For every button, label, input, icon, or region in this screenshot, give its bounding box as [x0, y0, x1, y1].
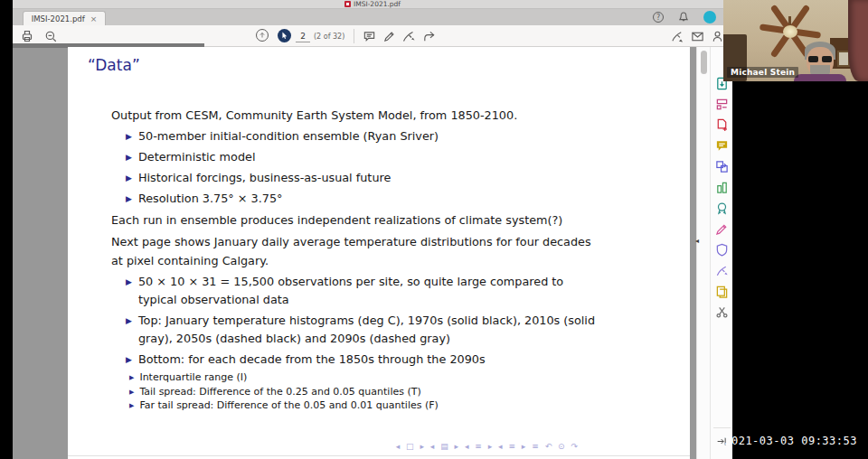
pdf-file-icon	[344, 1, 351, 7]
tab-close-icon[interactable]: ×	[90, 15, 98, 23]
person-icon	[711, 30, 724, 43]
previous-page-button[interactable]	[256, 29, 269, 42]
certificates-icon	[715, 264, 729, 277]
slide-body: Output from CESM, Community Earth System…	[111, 107, 690, 413]
window-titlebar: IMSI-2021.pdf	[13, 0, 732, 9]
list-item: ▶ Resolution 3.75° × 3.75°	[126, 190, 690, 208]
print-icon	[20, 29, 34, 43]
tab-imsi-2021-pdf[interactable]: IMSI-2021.pdf ×	[23, 11, 106, 25]
person-share-button[interactable]	[710, 29, 724, 43]
bullet-list-2: ▶ 50 × 10 × 31 = 15,500 observations per…	[126, 273, 690, 369]
participant-name-label: Michael Stein	[727, 67, 798, 78]
pencil-tool-button[interactable]	[382, 29, 396, 43]
sub-bullet-list: ▶ Interquartile range (I) ▶ Tail spread:…	[129, 371, 690, 413]
slide-title: “Data”	[88, 56, 690, 74]
measure-icon	[715, 305, 729, 319]
tools-pane-collapse-handle[interactable]: ◂	[695, 237, 699, 245]
slide: “Data” Output from CESM, Community Earth…	[68, 47, 690, 459]
share-tool-button[interactable]	[421, 29, 436, 43]
tool-create-pdf-button[interactable]	[714, 117, 730, 133]
list-item: ▶ Top: January temperature histograms (d…	[126, 312, 690, 348]
more-tools-icon	[715, 285, 729, 298]
list-item: ▶ Historical forcings, business-as-usual…	[126, 169, 690, 187]
protect-icon	[715, 243, 729, 257]
tool-stamp-button[interactable]	[714, 201, 730, 216]
beamer-navigation-symbols[interactable]: ◂ □ ▸ ◂ ▤ ▸ ◂ ≡ ▸ ◂ ≡ ▸ ≡ ↶ ⊙ ↷	[396, 442, 580, 451]
tool-more-tools-button[interactable]	[714, 284, 730, 299]
document-area: “Data” Output from CESM, Community Earth…	[13, 47, 732, 459]
paragraph: Each run in ensemble produces independen…	[111, 211, 636, 230]
list-item: ▶ Interquartile range (I)	[129, 371, 690, 385]
tab-bar: IMSI-2021.pdf × ?	[13, 9, 732, 25]
fill-sign-pen-icon	[671, 30, 684, 43]
pdf-page: “Data” Output from CESM, Community Earth…	[68, 47, 690, 459]
bullet-triangle-icon: ▶	[129, 371, 134, 385]
arrow-up-icon	[258, 31, 267, 40]
tools-sidebar	[710, 47, 732, 459]
tool-certificates-button[interactable]	[714, 263, 730, 278]
sign-tool-button[interactable]	[401, 29, 416, 43]
glasses	[808, 56, 832, 62]
page-number-input[interactable]	[296, 31, 310, 42]
tool-combine-files-button[interactable]	[714, 159, 730, 174]
bullet-triangle-icon: ▶	[129, 399, 134, 413]
email-button[interactable]	[690, 29, 704, 43]
stamp-icon	[715, 201, 729, 215]
list-item: ▶ Deterministic model	[126, 148, 690, 166]
comment-icon	[715, 139, 729, 153]
pencil-icon	[382, 30, 396, 43]
bullet-triangle-icon: ▶	[129, 386, 134, 399]
bullet-triangle-icon: ▶	[126, 351, 132, 369]
notifications-bell-button[interactable]	[676, 10, 691, 24]
vertical-scrollbar	[696, 47, 710, 459]
speech-bubble-icon	[363, 30, 376, 43]
tool-edit-pdf-button[interactable]	[714, 180, 730, 195]
tab-label: IMSI-2021.pdf	[32, 14, 85, 23]
bullet-list-1: ▶ 50-member initial-condition ensemble (…	[126, 127, 690, 208]
magnifier-minus-icon	[44, 30, 58, 43]
list-item: ▶ 50-member initial-condition ensemble (…	[126, 127, 690, 145]
bullet-triangle-icon: ▶	[126, 273, 132, 309]
tool-measure-button[interactable]	[714, 304, 730, 320]
next-page-button[interactable]	[278, 29, 291, 42]
intro-paragraph: Output from CESM, Community Earth System…	[111, 107, 636, 125]
pdf-app-window: IMSI-2021.pdf IMSI-2021.pdf × ?	[13, 0, 732, 459]
envelope-icon	[691, 30, 704, 43]
background-curtain	[848, 0, 868, 81]
webcam-video-tile[interactable]: Michael Stein	[723, 0, 868, 81]
bullet-triangle-icon: ▶	[126, 127, 132, 145]
tool-comment-button[interactable]	[714, 138, 730, 154]
account-avatar[interactable]	[703, 11, 716, 23]
organize-pages-icon	[715, 98, 729, 111]
list-item: ▶ Bottom: for each decade from the 1850s…	[126, 351, 690, 369]
ceiling-fan-light	[783, 25, 797, 38]
bullet-triangle-icon: ▶	[126, 312, 132, 348]
page-count-label: (2 of 32)	[314, 33, 344, 41]
paragraph: Next page shows January daily average te…	[111, 232, 595, 270]
share-arrow-icon	[422, 30, 436, 43]
combine-files-icon	[715, 160, 729, 173]
list-item: ▶ Far tail spread: Difference of the 0.0…	[129, 399, 690, 413]
bullet-triangle-icon: ▶	[126, 190, 132, 208]
window-title: IMSI-2021.pdf	[354, 0, 401, 9]
toolbar-divider	[354, 29, 354, 43]
recording-timestamp: 2021-03-03 09:33:53	[724, 435, 857, 447]
zoom-out-button[interactable]	[43, 29, 58, 43]
vertical-scrollbar-thumb[interactable]	[701, 51, 707, 74]
fill-sign-quick-button[interactable]	[670, 29, 684, 43]
shirt	[794, 74, 846, 81]
print-button[interactable]	[20, 29, 34, 43]
tool-organize-pages-button[interactable]	[714, 97, 730, 112]
bullet-triangle-icon: ▶	[126, 148, 132, 166]
create-pdf-icon	[715, 118, 729, 132]
help-button[interactable]: ?	[653, 12, 664, 23]
tool-fill-sign-button[interactable]	[714, 221, 730, 237]
fountain-pen-icon	[401, 29, 416, 43]
mouse-cursor-icon	[279, 31, 289, 41]
bell-icon	[677, 11, 690, 23]
fill-sign-icon	[715, 222, 729, 236]
comment-tool-button[interactable]	[362, 29, 376, 43]
sidebar-divider	[713, 427, 731, 428]
list-item: ▶ Tail spread: Difference of the 0.25 an…	[129, 386, 690, 399]
tool-protect-button[interactable]	[714, 242, 730, 258]
